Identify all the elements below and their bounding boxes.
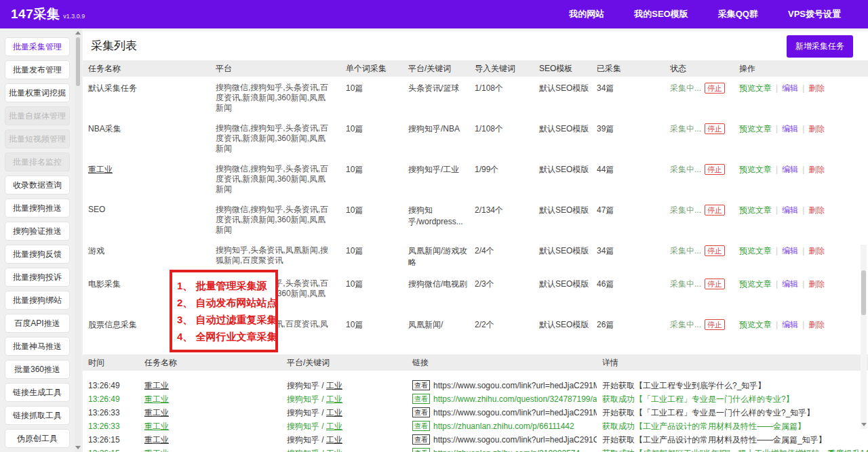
view-button[interactable]: 查看 — [412, 394, 430, 404]
scroll-down-icon[interactable] — [75, 446, 81, 449]
edit-link[interactable]: 编辑 — [782, 246, 798, 255]
log-url[interactable]: https://www.sogou.com/link?url=hedJjaC29… — [433, 435, 597, 445]
stop-button[interactable]: 停止 — [705, 83, 725, 94]
sidebar-item[interactable]: 批量搜狗推送 — [5, 199, 70, 218]
sidebar-item[interactable]: 批量搜狗绑站 — [5, 291, 70, 310]
view-button[interactable]: 查看 — [412, 434, 430, 445]
task-imported: 1/108个 — [469, 123, 534, 135]
sidebar-item[interactable]: 批量发布管理 — [5, 60, 70, 79]
preview-article-link[interactable]: 预览文章 — [739, 83, 772, 93]
log-url[interactable]: https://www.sogou.com/link?url=hedJjaC29… — [433, 408, 597, 417]
sidebar-item[interactable]: 链接抓取工具 — [5, 406, 70, 425]
header-nav-item[interactable]: 采集QQ群 — [718, 8, 758, 20]
scroll-down-icon[interactable] — [861, 423, 867, 426]
log-task-link[interactable]: 重工业 — [144, 422, 169, 431]
sidebar-item[interactable]: 批量自媒体管理 — [5, 106, 70, 125]
stop-button[interactable]: 停止 — [705, 205, 725, 215]
sidebar-scroll-thumb[interactable] — [76, 37, 80, 86]
sidebar-item[interactable]: 搜狗验证推送 — [5, 222, 70, 241]
promo-line: 1、 批量管理采集源 — [177, 277, 274, 294]
sidebar-item[interactable]: 批量搜狗投诉 — [5, 268, 70, 287]
task-name[interactable]: 默认采集任务 — [83, 83, 210, 94]
task-name[interactable]: 游戏 — [83, 245, 210, 257]
edit-link[interactable]: 编辑 — [782, 320, 798, 329]
log-keyword-link[interactable]: 工业 — [326, 422, 342, 431]
task-name[interactable]: NBA采集 — [83, 123, 210, 135]
delete-link[interactable]: 删除 — [808, 246, 825, 255]
stop-button[interactable]: 停止 — [705, 123, 725, 134]
edit-link[interactable]: 编辑 — [782, 124, 798, 133]
header-nav-item[interactable]: VPS拨号设置 — [788, 8, 841, 20]
log-time: 13:26:33 — [83, 406, 139, 419]
sidebar-item[interactable]: 批量采集管理 — [5, 37, 70, 56]
preview-article-link[interactable]: 预览文章 — [739, 165, 772, 174]
log-keyword-link[interactable]: 工业 — [326, 381, 342, 390]
sidebar-item[interactable]: 批量短视频管理 — [5, 129, 70, 148]
log-scroll-thumb[interactable] — [861, 270, 866, 315]
log-url[interactable]: https://zhuanlan.zhihu.com/p/66111442 — [433, 422, 574, 431]
log-task-link[interactable]: 重工业 — [144, 435, 169, 445]
delete-link[interactable]: 删除 — [808, 124, 825, 133]
log-keyword-link[interactable]: 工业 — [326, 449, 342, 452]
scroll-up-icon[interactable] — [75, 31, 81, 35]
view-button[interactable]: 查看 — [412, 448, 430, 452]
preview-article-link[interactable]: 预览文章 — [739, 205, 772, 215]
sidebar-item[interactable]: 批量360推送 — [5, 360, 70, 379]
sidebar-scrollbar[interactable] — [75, 28, 81, 452]
task-name[interactable]: SEO — [83, 205, 210, 214]
log-platform: 搜狗知乎 / 工业 — [281, 433, 407, 447]
stop-button[interactable]: 停止 — [705, 279, 725, 289]
delete-link[interactable]: 删除 — [808, 320, 825, 329]
edit-link[interactable]: 编辑 — [782, 83, 798, 93]
delete-link[interactable]: 删除 — [808, 165, 825, 174]
preview-article-link[interactable]: 预览文章 — [739, 279, 772, 289]
log-url[interactable]: https://zhuanlan.zhihu.com/p/210803574 — [433, 449, 580, 452]
log-keyword-link[interactable]: 工业 — [326, 394, 342, 404]
preview-article-link[interactable]: 预览文章 — [739, 246, 772, 255]
log-task-link[interactable]: 重工业 — [144, 449, 169, 452]
task-seo-template: 默认SEO模版 — [534, 123, 591, 135]
stop-button[interactable]: 停止 — [705, 319, 725, 330]
stop-button[interactable]: 停止 — [705, 164, 725, 175]
sidebar-item[interactable]: 批量权重词挖掘 — [5, 83, 70, 102]
task-imported: 2/2个 — [469, 319, 534, 331]
sidebar-item[interactable]: 链接生成工具 — [5, 383, 70, 402]
sidebar-item[interactable]: 批量排名监控 — [5, 152, 70, 171]
preview-article-link[interactable]: 预览文章 — [739, 124, 772, 133]
sidebar-item[interactable]: 百度API推送 — [5, 314, 70, 333]
sidebar-item[interactable]: 伪原创工具 — [5, 429, 70, 448]
header-nav-item[interactable]: 我的网站 — [569, 8, 604, 20]
preview-article-link[interactable]: 预览文章 — [739, 320, 772, 329]
list-item: 13:26:15 重工业 搜狗知乎 / 工业 查看https://www.sog… — [83, 433, 868, 447]
log-url[interactable]: https://www.sogou.com/link?url=hedJjaC29… — [433, 381, 597, 390]
sidebar-item[interactable]: 批量神马推送 — [5, 337, 70, 356]
task-platform-keyword: 凤凰新闻/ — [403, 319, 469, 331]
view-button[interactable]: 查看 — [412, 421, 430, 431]
delete-link[interactable]: 删除 — [808, 83, 825, 93]
log-task-link[interactable]: 重工业 — [144, 394, 169, 404]
edit-link[interactable]: 编辑 — [782, 279, 798, 289]
view-button[interactable]: 查看 — [412, 380, 430, 390]
log-task-link[interactable]: 重工业 — [144, 408, 169, 417]
header-nav-item[interactable]: 我的SEO模版 — [634, 8, 688, 20]
task-status: 采集中...停止 — [665, 319, 734, 331]
app-header: 147采集 v1.3.0.9 我的网站我的SEO模版采集QQ群VPS拨号设置 — [0, 0, 868, 28]
edit-link[interactable]: 编辑 — [782, 165, 798, 174]
delete-link[interactable]: 删除 — [808, 205, 825, 215]
task-status: 采集中...停止 — [665, 279, 734, 290]
edit-link[interactable]: 编辑 — [782, 205, 798, 215]
sidebar-item[interactable]: 批量搜狗反馈 — [5, 245, 70, 264]
log-keyword-link[interactable]: 工业 — [326, 408, 342, 417]
table-row: 默认采集任务 搜狗微信,搜狗知乎,头条资讯,百度资讯,新浪新闻,360新闻,凤凰… — [83, 77, 868, 117]
view-button[interactable]: 查看 — [412, 407, 430, 417]
log-task-link[interactable]: 重工业 — [144, 381, 169, 390]
task-platform-keyword: 搜狗知乎/NBA — [403, 123, 469, 135]
log-table-scrollbar[interactable] — [861, 245, 867, 429]
sidebar-item[interactable]: 收录数据查询 — [5, 176, 70, 194]
delete-link[interactable]: 删除 — [808, 279, 825, 289]
add-task-button[interactable]: 新增采集任务 — [787, 35, 853, 58]
log-keyword-link[interactable]: 工业 — [326, 435, 342, 445]
log-url[interactable]: https://www.zhihu.com/question/324787199… — [433, 394, 597, 404]
stop-button[interactable]: 停止 — [705, 245, 725, 256]
task-name[interactable]: 重工业 — [83, 164, 210, 176]
